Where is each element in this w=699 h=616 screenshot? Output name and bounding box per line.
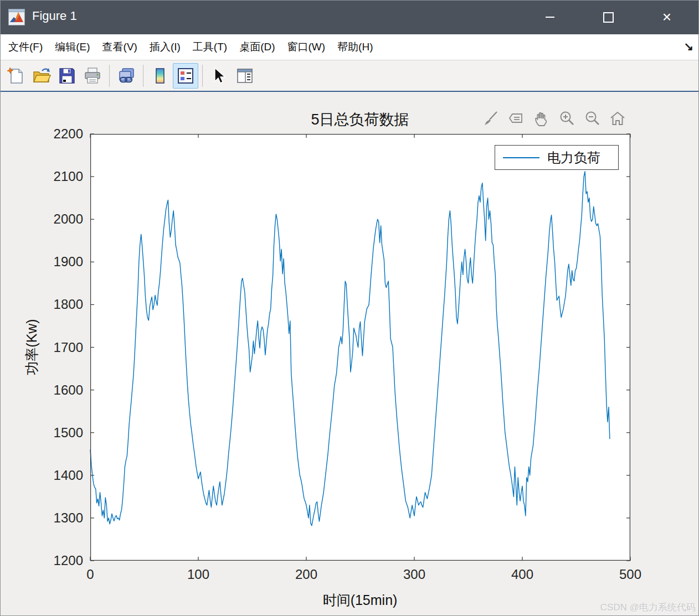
x-axis-label: 时间(15min): [277, 591, 443, 609]
svg-text:1800: 1800: [54, 297, 83, 312]
menu-item[interactable]: 查看(V): [96, 40, 143, 54]
svg-text:1200: 1200: [54, 553, 83, 568]
save-icon: [58, 66, 76, 85]
svg-text:1300: 1300: [54, 510, 83, 525]
window-title: Figure 1: [32, 9, 77, 23]
plot-svg: 0100200300400500120013001400150016001700…: [90, 134, 630, 561]
restore-view-button[interactable]: [608, 108, 627, 128]
svg-text:0: 0: [86, 567, 94, 582]
close-icon: ×: [662, 9, 671, 25]
svg-text:1500: 1500: [54, 425, 83, 440]
svg-text:1700: 1700: [54, 340, 83, 355]
legend-line-sample: [503, 157, 539, 158]
insert-colorbar-button[interactable]: [147, 63, 173, 89]
maximize-icon: [603, 12, 614, 23]
link-plot-button[interactable]: [114, 63, 139, 89]
colorbar-icon: [151, 66, 169, 85]
menu-item[interactable]: 编辑(E): [49, 40, 96, 54]
matlab-logo-icon: [8, 9, 25, 25]
legend-icon: [176, 66, 195, 85]
minimize-icon: [546, 17, 554, 18]
property-inspector-button[interactable]: [232, 63, 258, 89]
toolbar-separator: [143, 65, 143, 87]
legend-entry: 电力负荷: [547, 149, 600, 167]
pan-hand-icon: [533, 110, 549, 127]
open-folder-icon: [32, 66, 51, 85]
brush-icon: [482, 110, 498, 127]
svg-text:300: 300: [403, 567, 425, 582]
axes-toolbar: [481, 108, 627, 128]
svg-text:100: 100: [187, 567, 209, 582]
figure-toolbar: [0, 61, 699, 92]
datatip-icon: [507, 110, 524, 127]
zoom-out-button[interactable]: [583, 108, 602, 128]
pan-button[interactable]: [532, 108, 551, 128]
svg-text:500: 500: [619, 567, 641, 582]
print-figure-button[interactable]: [80, 63, 105, 89]
maximize-button[interactable]: [591, 0, 625, 34]
svg-text:1600: 1600: [54, 382, 83, 397]
title-bar: Figure 1 ×: [0, 0, 699, 34]
menu-item[interactable]: 窗口(W): [281, 40, 332, 54]
menu-item[interactable]: 插入(I): [143, 40, 187, 54]
svg-text:1900: 1900: [54, 254, 83, 269]
menu-bar: 文件(F)编辑(E)查看(V)插入(I)工具(T)桌面(D)窗口(W)帮助(H): [0, 34, 699, 60]
legend-box[interactable]: 电力负荷: [495, 145, 619, 170]
property-inspector-icon: [235, 66, 254, 85]
toolbar-separator: [109, 65, 110, 87]
minimize-button[interactable]: [533, 0, 567, 34]
open-file-button[interactable]: [29, 63, 54, 89]
svg-text:2100: 2100: [54, 169, 83, 184]
dock-figure-icon[interactable]: ↘: [683, 40, 693, 53]
new-document-icon: [7, 66, 25, 85]
brush-button[interactable]: [481, 108, 500, 128]
edit-plot-button[interactable]: [207, 63, 232, 89]
print-icon: [83, 66, 102, 85]
zoom-out-icon: [584, 110, 600, 127]
zoom-in-button[interactable]: [557, 108, 576, 128]
menu-item[interactable]: 工具(T): [187, 40, 233, 54]
toolbar-separator: [202, 65, 203, 87]
save-figure-button[interactable]: [54, 63, 80, 89]
svg-text:400: 400: [511, 567, 533, 582]
close-button[interactable]: ×: [650, 0, 684, 34]
link-icon: [117, 66, 136, 85]
zoom-in-icon: [558, 110, 575, 127]
menu-item[interactable]: 文件(F): [2, 40, 49, 54]
chart-title: 5日总负荷数据: [277, 110, 443, 130]
svg-text:2200: 2200: [54, 126, 83, 141]
menu-bar-items: 文件(F)编辑(E)查看(V)插入(I)工具(T)桌面(D)窗口(W)帮助(H): [2, 40, 379, 54]
svg-text:200: 200: [295, 567, 317, 582]
new-figure-button[interactable]: [3, 63, 29, 89]
watermark: CSDN @电力系统代码: [600, 601, 696, 614]
svg-text:2000: 2000: [54, 211, 83, 226]
y-axis-label: 功率(Kw): [23, 319, 41, 375]
insert-legend-button[interactable]: [173, 63, 198, 89]
home-icon: [609, 110, 626, 127]
edit-arrow-icon: [210, 66, 229, 85]
datatips-button[interactable]: [506, 108, 525, 128]
menu-item[interactable]: 桌面(D): [233, 40, 281, 54]
plot-area[interactable]: 0100200300400500120013001400150016001700…: [90, 134, 630, 561]
svg-text:1400: 1400: [54, 468, 83, 483]
menu-item[interactable]: 帮助(H): [331, 40, 379, 54]
